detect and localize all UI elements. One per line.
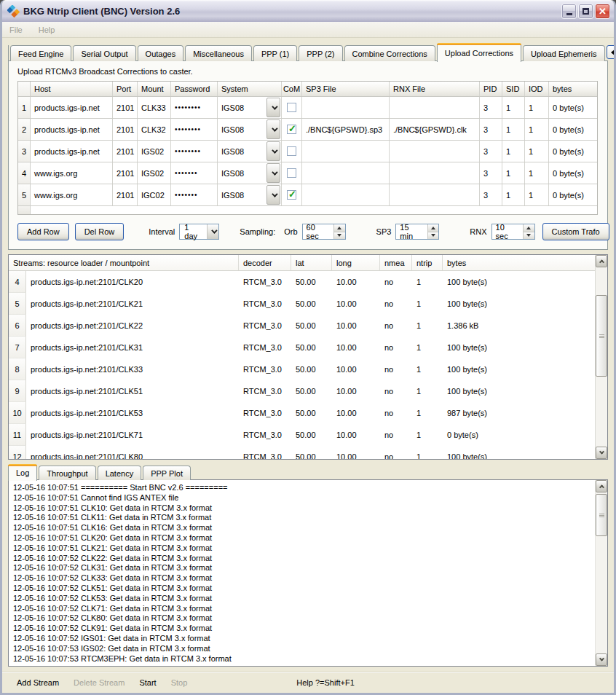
del-row-button[interactable]: Del Row (75, 223, 125, 240)
com-checkbox[interactable] (287, 146, 296, 156)
system-select-cell[interactable]: IGS08 (218, 141, 282, 162)
row-header[interactable]: 4 (9, 271, 26, 293)
sid-cell[interactable]: 1 (502, 162, 525, 184)
row-header[interactable]: 2 (18, 119, 31, 140)
chevron-down-icon[interactable] (207, 224, 218, 239)
password-cell[interactable]: ••••••• (171, 162, 218, 184)
sp3-file-cell[interactable] (302, 141, 390, 162)
tab-feed-engine[interactable]: Feed Engine (10, 45, 71, 61)
pid-cell[interactable]: 3 (480, 162, 502, 184)
row-header[interactable]: 4 (18, 162, 31, 184)
scroll-up-icon[interactable] (596, 255, 607, 267)
stream-row[interactable]: 8 products.igs-ip.net:2101/CLK33 RTCM_3.… (9, 358, 595, 380)
statusbar-delete-stream[interactable]: Delete Stream (74, 678, 125, 687)
port-cell[interactable]: 2101 (113, 97, 138, 118)
row-header[interactable]: 5 (18, 184, 31, 205)
statusbar-start[interactable]: Start (139, 678, 156, 687)
com-checkbox[interactable] (287, 103, 296, 112)
stream-row[interactable]: 10 products.igs-ip.net:2101/CLK53 RTCM_3… (9, 402, 595, 424)
row-header[interactable]: 10 (9, 402, 26, 424)
tab-throughput[interactable]: Throughput (39, 466, 95, 480)
mount-cell[interactable]: CLK32 (138, 119, 171, 140)
rnx-sampling-spinner[interactable]: 10 sec (491, 224, 535, 240)
pid-cell[interactable]: 3 (480, 119, 502, 140)
tab-latency[interactable]: Latency (98, 466, 142, 480)
statusbar-stop[interactable]: Stop (171, 678, 188, 687)
port-cell[interactable]: 2101 (113, 162, 138, 184)
row-header[interactable]: 3 (18, 141, 31, 162)
stream-row[interactable]: 11 products.igs-ip.net:2101/CLK71 RTCM_3… (9, 424, 595, 446)
sid-cell[interactable]: 1 (502, 141, 525, 162)
password-cell[interactable]: •••••••• (171, 141, 218, 162)
port-cell[interactable]: 2101 (113, 184, 138, 205)
sid-cell[interactable]: 1 (502, 119, 525, 140)
host-cell[interactable]: products.igs-ip.net (31, 97, 113, 118)
password-cell[interactable]: •••••••• (171, 119, 218, 140)
tab-miscellaneous[interactable]: Miscellaneous (185, 45, 252, 61)
row-header[interactable]: 11 (9, 424, 26, 446)
com-checkbox[interactable] (287, 168, 296, 178)
host-cell[interactable]: products.igs-ip.net (31, 141, 113, 162)
tab-serial-output[interactable]: Serial Output (73, 45, 135, 61)
sp3-file-cell[interactable] (302, 162, 390, 184)
stream-row[interactable]: 6 products.igs-ip.net:2101/CLK22 RTCM_3.… (9, 315, 595, 337)
close-button[interactable]: ✕ (595, 4, 610, 19)
log-scrollbar[interactable] (595, 480, 607, 666)
scrollbar-thumb[interactable] (596, 494, 607, 536)
iod-cell[interactable]: 1 (525, 97, 549, 118)
password-cell[interactable]: •••••••• (171, 97, 218, 118)
custom-trafo-button[interactable]: Custom Trafo (542, 223, 609, 240)
host-cell[interactable]: www.igs.org (31, 184, 113, 205)
interval-select[interactable]: 1 day (179, 224, 219, 240)
row-header[interactable]: 9 (9, 380, 26, 402)
port-cell[interactable]: 2101 (113, 141, 138, 162)
chevron-down-icon[interactable] (266, 163, 280, 183)
mount-cell[interactable]: IGS02 (138, 162, 171, 184)
row-header[interactable]: 6 (9, 315, 26, 337)
iod-cell[interactable]: 1 (525, 162, 549, 184)
scroll-down-icon[interactable] (596, 447, 607, 459)
host-cell[interactable]: products.igs-ip.net (31, 119, 113, 140)
row-header[interactable]: 5 (9, 293, 26, 315)
system-select-cell[interactable]: IGS08 (218, 162, 282, 184)
system-select-cell[interactable]: IGS08 (218, 119, 282, 140)
rnx-file-cell[interactable] (390, 97, 480, 118)
sid-cell[interactable]: 1 (502, 184, 525, 205)
rnx-file-cell[interactable] (390, 162, 480, 184)
rnx-file-cell[interactable] (390, 141, 480, 162)
sp3-file-cell[interactable]: ./BNC${GPSWD}.sp3 (302, 119, 390, 140)
scrollbar-track[interactable] (596, 267, 607, 447)
pid-cell[interactable]: 3 (480, 141, 502, 162)
spin-down-icon[interactable] (524, 232, 534, 240)
mount-cell[interactable]: IGC02 (138, 184, 171, 205)
spin-down-icon[interactable] (428, 232, 439, 240)
statusbar-add-stream[interactable]: Add Stream (17, 678, 59, 687)
add-row-button[interactable]: Add Row (17, 223, 69, 240)
scrollbar-thumb[interactable] (596, 295, 607, 377)
stream-row[interactable]: 12 products.igs-ip.net:2101/CLK80 RTCM_3… (9, 446, 595, 459)
sp3-file-cell[interactable] (302, 97, 390, 118)
tab-scroll-left-button[interactable] (607, 45, 615, 59)
mount-cell[interactable]: CLK33 (138, 97, 171, 118)
rnx-file-cell[interactable]: ./BNC${GPSWD}.clk (390, 119, 480, 140)
iod-cell[interactable]: 1 (525, 119, 549, 140)
system-select-cell[interactable]: IGS08 (218, 97, 282, 118)
mount-cell[interactable]: IGS02 (138, 141, 171, 162)
chevron-down-icon[interactable] (266, 119, 280, 139)
tab-log[interactable]: Log (8, 464, 37, 481)
tab-ppp-plot[interactable]: PPP Plot (143, 466, 191, 480)
scrollbar-track[interactable] (596, 492, 607, 653)
pid-cell[interactable]: 3 (480, 97, 502, 118)
row-header[interactable]: 7 (9, 337, 26, 358)
spin-up-icon[interactable] (524, 224, 534, 232)
scroll-up-icon[interactable] (596, 480, 607, 492)
port-cell[interactable]: 2101 (113, 119, 138, 140)
iod-cell[interactable]: 1 (525, 184, 549, 205)
sp3-sampling-spinner[interactable]: 15 min (395, 224, 439, 240)
chevron-down-icon[interactable] (266, 98, 280, 117)
system-select-cell[interactable]: IGS08 (218, 184, 282, 205)
chevron-down-icon[interactable] (266, 141, 280, 161)
sp3-file-cell[interactable] (302, 184, 390, 205)
streams-scrollbar[interactable] (595, 255, 607, 459)
row-header[interactable]: 1 (18, 97, 31, 118)
